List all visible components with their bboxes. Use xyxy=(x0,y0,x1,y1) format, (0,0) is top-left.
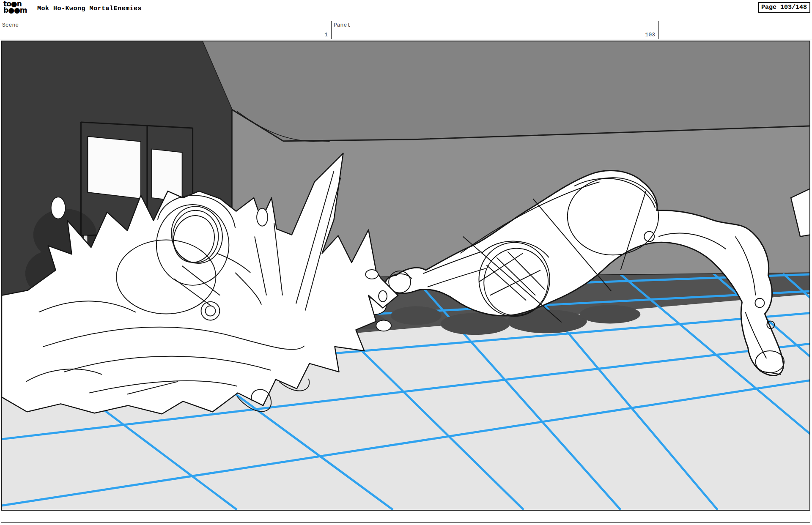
scene-cell: Scene 1 xyxy=(0,21,332,39)
meta-row: Scene 1 Panel 103 xyxy=(0,21,812,39)
panel-cell: Panel 103 xyxy=(332,21,659,39)
logo-line-2: b●●m xyxy=(3,6,27,14)
storyboard-drawing xyxy=(2,41,809,510)
scene-label: Scene xyxy=(2,22,19,28)
panel-label: Panel xyxy=(334,22,350,28)
storyboard-panel xyxy=(1,41,810,511)
header-bar: to●nb●●m Mok Ho-Kwong MortalEnemies Page… xyxy=(0,0,812,20)
window-pane-left xyxy=(88,137,141,199)
panel-number: 103 xyxy=(645,32,655,38)
storyboard-page: to●nb●●m Mok Ho-Kwong MortalEnemies Page… xyxy=(0,0,812,525)
scene-number: 1 xyxy=(324,32,328,38)
page-indicator: Page 103/148 xyxy=(758,2,810,13)
ceiling xyxy=(203,41,809,141)
caption-strip xyxy=(1,515,810,523)
document-title: Mok Ho-Kwong MortalEnemies xyxy=(37,5,142,12)
toonboom-logo: to●nb●●m xyxy=(3,1,27,14)
